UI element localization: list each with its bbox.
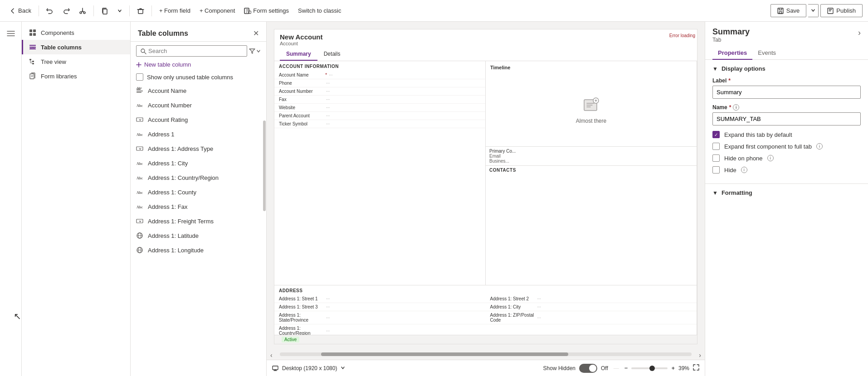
svg-text:Abc: Abc	[137, 104, 143, 108]
form-title-bar: New Account Account Summary Details	[274, 29, 697, 61]
rp-next-button[interactable]: ›	[858, 27, 861, 38]
sidebar-item-table-columns[interactable]: Abc Table columns	[22, 40, 130, 54]
dropdown-icon2	[136, 145, 143, 152]
col-list-container: Abc Account Name Abc Account Number Acco…	[131, 83, 266, 376]
list-item[interactable]: Abc Address 1: Country/Region	[131, 170, 263, 185]
expand-first-info-icon[interactable]: i	[816, 143, 823, 149]
hamburger-button[interactable]	[3, 25, 19, 42]
svg-text:Abc: Abc	[137, 87, 142, 90]
list-item[interactable]: Address 1: Longitude	[131, 243, 263, 257]
name-input[interactable]	[712, 112, 861, 125]
list-item[interactable]: Address 1: Freight Terms	[131, 214, 263, 228]
zoom-label: 39%	[678, 365, 689, 371]
show-unused-checkbox[interactable]	[136, 73, 143, 81]
sidebar-item-tree-view[interactable]: Tree view	[22, 54, 130, 69]
h-scrollbar-thumb[interactable]	[321, 352, 568, 356]
redo-button[interactable]	[59, 5, 73, 17]
address-fields: Address 1: Street 1 ··· Address 1: Stree…	[274, 295, 697, 337]
svg-rect-5	[778, 8, 783, 14]
undo-icon	[46, 7, 54, 14]
name-required: *	[729, 104, 731, 111]
back-button[interactable]: Back	[5, 5, 35, 17]
components-icon	[29, 29, 36, 36]
label-input[interactable]	[712, 86, 861, 99]
sidebar-item-components[interactable]: Components	[22, 25, 130, 40]
search-input[interactable]	[148, 48, 243, 54]
canvas-area: New Account Account Summary Details ACCO…	[267, 22, 705, 376]
rp-tabs: Properties Events	[705, 43, 868, 60]
almost-there-label: Almost there	[576, 118, 606, 124]
scroll-right-button[interactable]: ›	[699, 352, 701, 359]
bottom-bar-left: Desktop (1920 x 1080)	[272, 365, 345, 371]
form-settings-button[interactable]: Form settings	[240, 5, 293, 17]
panel-close-button[interactable]: ✕	[253, 29, 259, 38]
rp-tab-events[interactable]: Events	[752, 47, 781, 60]
main-layout: Components Abc Table columns Tree view F…	[0, 22, 868, 376]
formatting-header[interactable]: ▼ Formatting	[712, 189, 861, 196]
paste-dropdown-button[interactable]	[114, 6, 126, 16]
form-tab-summary[interactable]: Summary	[280, 48, 317, 61]
list-item[interactable]: Abc Account Name	[131, 83, 263, 98]
undo-button[interactable]	[43, 5, 57, 17]
search-icon	[140, 48, 146, 54]
zoom-in-button[interactable]: +	[671, 365, 675, 371]
list-item[interactable]: Abc Address 1: County	[131, 185, 263, 199]
list-item[interactable]: Address 1: Address Type	[131, 141, 263, 156]
rp-tab-properties[interactable]: Properties	[712, 47, 752, 60]
cut-button[interactable]	[75, 5, 90, 17]
switch-classic-button[interactable]: Switch to classic	[294, 5, 345, 17]
list-item[interactable]: Address 1: Latitude	[131, 228, 263, 243]
expand-tab-checkbox[interactable]: ✓	[712, 131, 720, 138]
hide-checkbox[interactable]	[712, 166, 720, 174]
cut-icon	[79, 7, 86, 14]
scroll-left-button[interactable]: ‹	[270, 352, 273, 359]
form-field-button[interactable]: + Form field	[156, 5, 194, 17]
publish-button[interactable]: Publish	[820, 4, 863, 17]
show-unused-row: Show only unused table columns	[131, 71, 266, 83]
new-table-column-button[interactable]: New table column	[131, 58, 266, 71]
sidebar-item-form-libraries[interactable]: Form libraries	[22, 69, 130, 83]
rp-title: Summary	[712, 27, 750, 37]
hide-phone-info-icon[interactable]: i	[767, 155, 774, 161]
add-icon	[136, 62, 141, 67]
name-info-icon[interactable]: i	[733, 104, 739, 111]
save-button[interactable]: Save	[770, 4, 807, 17]
list-item[interactable]: Abc Address 1: City	[131, 156, 263, 170]
zoom-slider[interactable]	[631, 367, 668, 369]
toggle-state-label: Off	[601, 365, 608, 371]
desktop-icon	[272, 365, 278, 371]
form-field-zip: Address 1: ZIP/Postal Code ···	[486, 311, 697, 324]
list-item[interactable]: Abc Address 1: Fax	[131, 199, 263, 214]
scrollbar-thumb[interactable]	[263, 121, 266, 211]
zoom-out-button[interactable]: −	[624, 365, 628, 371]
list-item[interactable]: Account Rating	[131, 112, 263, 127]
hide-label: Hide	[724, 167, 736, 174]
display-options-section: ▼ Display options Label * Name * i	[705, 60, 868, 183]
desktop-label: Desktop (1920 x 1080)	[282, 365, 337, 371]
form-libraries-label: Form libraries	[41, 73, 77, 80]
show-hidden-toggle[interactable]	[579, 364, 597, 373]
cursor-indicator: ↖	[14, 311, 21, 322]
delete-icon	[137, 7, 144, 14]
delete-button[interactable]	[133, 5, 148, 17]
component-button[interactable]: + Component	[196, 5, 239, 17]
paste-button[interactable]	[98, 5, 112, 17]
hide-info-icon[interactable]: i	[741, 167, 747, 173]
table-columns-panel: Table columns ✕ New table column Show on…	[131, 22, 267, 376]
form-tab-details[interactable]: Details	[317, 48, 347, 61]
fit-to-screen-button[interactable]	[693, 364, 699, 372]
desktop-dropdown-button[interactable]	[341, 365, 345, 371]
hide-phone-label: Hide on phone	[724, 155, 763, 162]
form-field-street3: Address 1: Street 3 ···	[274, 303, 486, 311]
display-options-header[interactable]: ▼ Display options	[712, 65, 861, 72]
components-label: Components	[41, 29, 74, 36]
hide-phone-checkbox[interactable]	[712, 154, 720, 162]
scrollbar-track[interactable]	[263, 83, 266, 376]
expand-first-checkbox[interactable]	[712, 143, 720, 150]
h-scrollbar[interactable]	[280, 352, 692, 356]
list-item[interactable]: Abc Address 1	[131, 127, 263, 141]
dropdown-icon	[136, 116, 143, 123]
filter-button[interactable]	[249, 48, 261, 54]
save-dropdown-button[interactable]	[808, 4, 819, 17]
list-item[interactable]: Abc Account Number	[131, 98, 263, 112]
